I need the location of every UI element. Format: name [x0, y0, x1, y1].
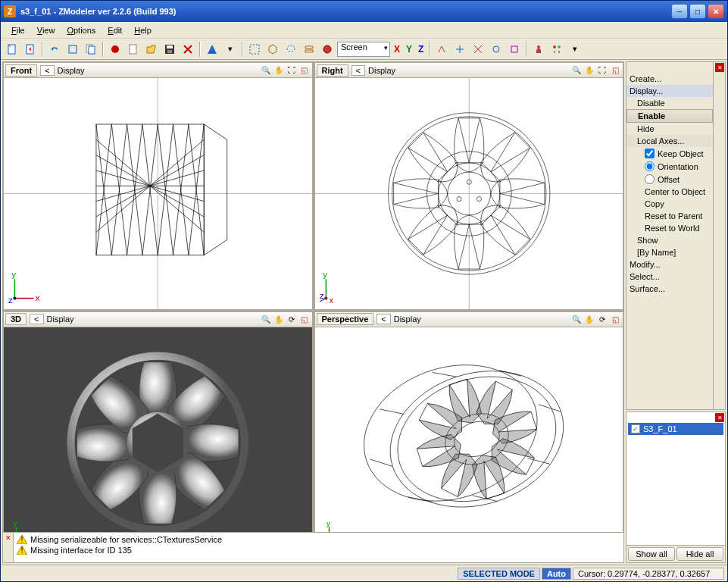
- viewport-display-menu[interactable]: Display: [47, 314, 257, 324]
- viewport-nav-back[interactable]: <: [376, 314, 390, 324]
- orbit-icon[interactable]: ⟳: [596, 313, 608, 325]
- command-item[interactable]: Offset: [626, 173, 713, 186]
- show-all-button[interactable]: Show all: [628, 547, 675, 561]
- app-icon: Z: [4, 5, 16, 17]
- menu-edit[interactable]: Edit: [102, 24, 128, 36]
- panel-close-icon[interactable]: ✕: [715, 413, 724, 422]
- tool-d-icon[interactable]: [488, 41, 505, 58]
- command-item[interactable]: Disable: [626, 97, 713, 109]
- close-button[interactable]: ✕: [708, 4, 724, 19]
- select-stack-icon[interactable]: [301, 41, 317, 58]
- select-circle-icon[interactable]: [319, 41, 336, 58]
- fit-icon[interactable]: ⛶: [596, 64, 608, 77]
- tool-e-icon[interactable]: [506, 41, 523, 58]
- undo-icon[interactable]: [46, 41, 63, 58]
- zoom-icon[interactable]: 🔍: [260, 64, 272, 77]
- viewport-display-menu[interactable]: Display: [368, 66, 567, 75]
- select-box-icon[interactable]: [246, 41, 263, 58]
- menu-options[interactable]: Options: [61, 24, 102, 36]
- object-item[interactable]: ✓S3_F_01: [628, 423, 723, 435]
- zoom-icon[interactable]: 🔍: [260, 313, 272, 325]
- more-icon[interactable]: ▾: [567, 41, 583, 58]
- viewport-nav-back[interactable]: <: [40, 65, 54, 76]
- viewport-3d-canvas[interactable]: yzx: [4, 327, 312, 532]
- axis-x-toggle[interactable]: X: [392, 44, 402, 55]
- command-item[interactable]: Local Axes...: [626, 135, 713, 147]
- import-icon[interactable]: [22, 41, 39, 58]
- viewport-nav-back[interactable]: <: [30, 314, 43, 324]
- command-item[interactable]: Orientation: [626, 160, 713, 173]
- axis-z-toggle[interactable]: Z: [416, 44, 426, 55]
- menu-file[interactable]: File: [5, 24, 31, 36]
- command-item[interactable]: Reset to Parent: [626, 210, 713, 222]
- viewport-nav-back[interactable]: <: [352, 65, 365, 76]
- viewport-front-canvas[interactable]: xyz: [4, 78, 312, 309]
- command-item[interactable]: Enable: [626, 109, 713, 123]
- viewport-display-menu[interactable]: Display: [394, 314, 567, 324]
- fit-icon[interactable]: ⛶: [286, 64, 298, 77]
- command-item[interactable]: Show: [626, 234, 713, 246]
- pan-icon[interactable]: ✋: [583, 64, 595, 77]
- scrollbar[interactable]: [713, 62, 725, 409]
- status-auto[interactable]: Auto: [542, 568, 571, 580]
- command-item[interactable]: Surface...: [626, 283, 713, 295]
- menu-view[interactable]: View: [31, 24, 61, 36]
- command-item[interactable]: Modify...: [626, 258, 713, 271]
- delete-icon[interactable]: [180, 41, 196, 58]
- tool-c-icon[interactable]: [470, 41, 486, 58]
- select-cube-icon[interactable]: [264, 41, 281, 58]
- axis-y-toggle[interactable]: Y: [404, 44, 414, 55]
- maximize-viewport-icon[interactable]: ◱: [298, 64, 311, 77]
- save-icon[interactable]: [161, 41, 178, 58]
- command-item[interactable]: Hide: [626, 123, 713, 135]
- svg-rect-14: [511, 46, 517, 52]
- command-item[interactable]: [By Name]: [626, 246, 713, 258]
- record-icon[interactable]: [107, 41, 123, 58]
- window-title: s3_f_01 - ZModeler ver 2.2.6 (Build 993): [20, 7, 671, 16]
- new-doc-icon[interactable]: [125, 41, 142, 58]
- viewport-right-title[interactable]: Right: [317, 64, 348, 77]
- open-icon[interactable]: [143, 41, 160, 58]
- viewport-right-canvas[interactable]: yxz: [315, 78, 623, 309]
- viewport-front-title[interactable]: Front: [5, 64, 37, 77]
- animation-icon[interactable]: [548, 41, 565, 58]
- maximize-viewport-icon[interactable]: ◱: [298, 313, 311, 325]
- dropdown-icon[interactable]: ▾: [222, 41, 239, 58]
- maximize-viewport-icon[interactable]: ◱: [609, 313, 621, 325]
- viewport-display-menu[interactable]: Display: [58, 66, 257, 75]
- triangle-tool-icon[interactable]: [204, 41, 220, 58]
- zoom-icon[interactable]: 🔍: [570, 313, 583, 325]
- tool-b-icon[interactable]: [451, 41, 468, 58]
- menu-help[interactable]: Help: [128, 24, 158, 36]
- command-item[interactable]: Display...: [626, 85, 713, 97]
- orbit-icon[interactable]: ⟳: [286, 313, 298, 325]
- svg-point-16: [553, 45, 556, 48]
- status-mode[interactable]: SELECTED MODE: [458, 568, 540, 580]
- pan-icon[interactable]: ✋: [583, 313, 595, 325]
- pan-icon[interactable]: ✋: [273, 313, 285, 325]
- command-item[interactable]: Select...: [626, 271, 713, 283]
- command-item[interactable]: Create...: [626, 73, 713, 85]
- viewport-perspective-canvas[interactable]: yxz: [315, 327, 623, 532]
- console-close-icon[interactable]: ✕: [3, 533, 14, 562]
- command-item[interactable]: Reset to World: [626, 222, 713, 234]
- zoom-icon[interactable]: 🔍: [570, 64, 583, 77]
- select-lasso-icon[interactable]: [283, 41, 299, 58]
- hide-all-button[interactable]: Hide all: [676, 547, 723, 561]
- pan-icon[interactable]: ✋: [273, 64, 285, 77]
- copy-icon[interactable]: [83, 41, 99, 58]
- tool-a-icon[interactable]: [433, 41, 450, 58]
- command-item[interactable]: Keep Object: [626, 147, 713, 160]
- maximize-button[interactable]: □: [689, 4, 706, 19]
- viewport-perspective-title[interactable]: Perspective: [317, 313, 374, 325]
- person-icon[interactable]: [530, 41, 547, 58]
- viewport-3d-title[interactable]: 3D: [5, 313, 27, 325]
- minimize-button[interactable]: ─: [671, 4, 688, 19]
- coord-combo[interactable]: Screen: [337, 42, 390, 57]
- panel-close-icon[interactable]: ✕: [715, 63, 724, 72]
- new-file-icon[interactable]: [4, 41, 20, 58]
- redo-icon[interactable]: [64, 41, 81, 58]
- command-item[interactable]: Center to Object: [626, 186, 713, 198]
- maximize-viewport-icon[interactable]: ◱: [609, 64, 621, 77]
- command-item[interactable]: Copy: [626, 198, 713, 210]
